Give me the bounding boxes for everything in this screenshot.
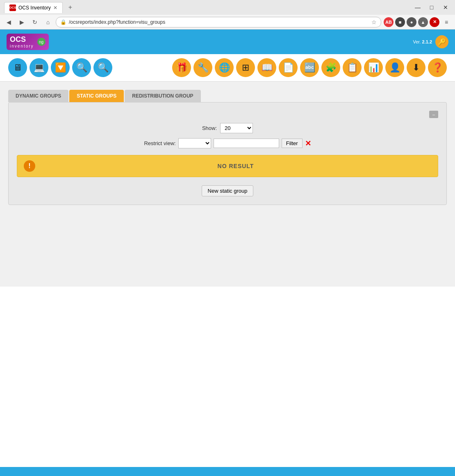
toolbar: 🖥 💻 🔽 🔍 🔍 🎁 🔧 🌐 ⊞ 📖 📄 🔤 🧩 📋 📊 👤 ⬇ ❓ (0, 54, 455, 82)
puzzle-button[interactable]: 🧩 (321, 58, 340, 77)
show-label: Show: (202, 125, 217, 131)
logo-ng-icon: ng (39, 40, 43, 44)
new-tab-button[interactable]: + (66, 4, 75, 11)
new-static-group-button[interactable]: New static group (202, 185, 254, 196)
title-bar: OCS OCS Inventory ✕ + — □ ✕ (0, 0, 455, 15)
tab-close-btn[interactable]: ✕ (53, 5, 57, 11)
navigation-bar: ◀ ▶ ↻ ⌂ 🔒 ☆ AB ■ ● ▲ ✕ ≡ (0, 15, 455, 30)
ext4-button[interactable]: ✕ (430, 17, 439, 27)
show-row: Show: 10 20 50 100 (17, 123, 438, 133)
filter-button[interactable]: Filter (282, 139, 303, 148)
browser-tab[interactable]: OCS OCS Inventory ✕ (4, 2, 63, 13)
clear-filter-button[interactable]: ✕ (305, 139, 311, 148)
copy-button[interactable]: 📋 (343, 58, 362, 77)
grid-button[interactable]: ⊞ (236, 58, 255, 77)
back-button[interactable]: ◀ (3, 17, 14, 27)
tab-dynamic-groups[interactable]: DYNAMIC GROUPS (8, 90, 68, 102)
network2-button[interactable]: 🌐 (215, 58, 234, 77)
gift-button[interactable]: 🎁 (172, 58, 191, 77)
home-button[interactable]: ⌂ (43, 17, 53, 27)
new-group-row: New static group (17, 185, 438, 196)
bookmark-icon[interactable]: ☆ (371, 19, 377, 25)
maximize-button[interactable]: □ (426, 2, 437, 13)
computers-button[interactable]: 🖥 (8, 58, 27, 77)
adblock-button[interactable]: AB (384, 17, 394, 27)
download-button[interactable]: ⬇ (407, 58, 425, 77)
tab-bar: DYNAMIC GROUPS STATIC GROUPS REDISTRIBUT… (8, 90, 447, 102)
chart-button[interactable]: 📊 (364, 58, 383, 77)
show-select[interactable]: 10 20 50 100 (220, 123, 253, 133)
address-bar[interactable]: 🔒 ☆ (56, 17, 381, 27)
tab-title: OCS Inventory (18, 5, 51, 11)
wrench-button[interactable]: 🔧 (193, 58, 212, 77)
no-result-text: NO RESULT (40, 163, 431, 169)
user-button[interactable]: 👤 (385, 58, 404, 77)
ext1-button[interactable]: ■ (395, 17, 405, 27)
tab-static-groups[interactable]: STATIC GROUPS (69, 90, 124, 102)
app-header: OCS inventory ng Ver. 2.1.2 🔑 (0, 30, 455, 54)
translate-button[interactable]: 🔤 (300, 58, 319, 77)
tab-redistribution-group[interactable]: REDISTRIBUTION GROUP (125, 90, 200, 102)
ext2-button[interactable]: ● (407, 17, 416, 27)
network-button[interactable]: 💻 (30, 58, 48, 77)
forward-button[interactable]: ▶ (16, 17, 27, 27)
app-logo: OCS inventory ng (7, 34, 49, 50)
search2-button[interactable]: 🔍 (72, 58, 91, 77)
reload-button[interactable]: ↻ (30, 17, 40, 27)
restrict-view-row: Restrict view: Filter ✕ (17, 138, 438, 148)
nav-extensions: AB ■ ● ▲ ✕ ≡ (384, 17, 452, 27)
lock-icon: 🔒 (60, 19, 66, 25)
filter-button[interactable]: 🔽 (51, 58, 70, 77)
close-button[interactable]: ✕ (440, 2, 451, 13)
menu-button[interactable]: ≡ (441, 17, 452, 27)
no-result-box: ! NO RESULT (17, 155, 438, 177)
footer-bar (0, 467, 455, 476)
panel-header: – (17, 111, 438, 118)
logo-text: OCS (10, 35, 26, 44)
doc-button[interactable]: 📄 (279, 58, 298, 77)
header-right: Ver. 2.1.2 🔑 (413, 35, 449, 48)
url-input[interactable] (69, 19, 369, 25)
collapse-button[interactable]: – (429, 111, 438, 118)
help-button[interactable]: ❓ (428, 58, 447, 77)
window-controls: — □ ✕ (412, 2, 451, 13)
warning-icon: ! (24, 160, 35, 172)
restrict-input[interactable] (214, 139, 279, 148)
logo-sub: inventory (10, 44, 34, 48)
restrict-label: Restrict view: (144, 140, 175, 146)
minimize-button[interactable]: — (412, 2, 423, 13)
book-button[interactable]: 📖 (257, 58, 276, 77)
magnify-button[interactable]: 🔍 (93, 58, 112, 77)
key-icon: 🔑 (435, 35, 448, 48)
tab-favicon: OCS (9, 5, 16, 11)
logo-box: OCS inventory ng (7, 34, 49, 50)
ext3-button[interactable]: ▲ (418, 17, 428, 27)
restrict-select[interactable] (178, 138, 211, 148)
main-panel: – Show: 10 20 50 100 Restrict view: Filt… (8, 102, 447, 205)
version-label: Ver. 2.1.2 (413, 39, 432, 44)
content-area: DYNAMIC GROUPS STATIC GROUPS REDISTRIBUT… (0, 82, 455, 287)
